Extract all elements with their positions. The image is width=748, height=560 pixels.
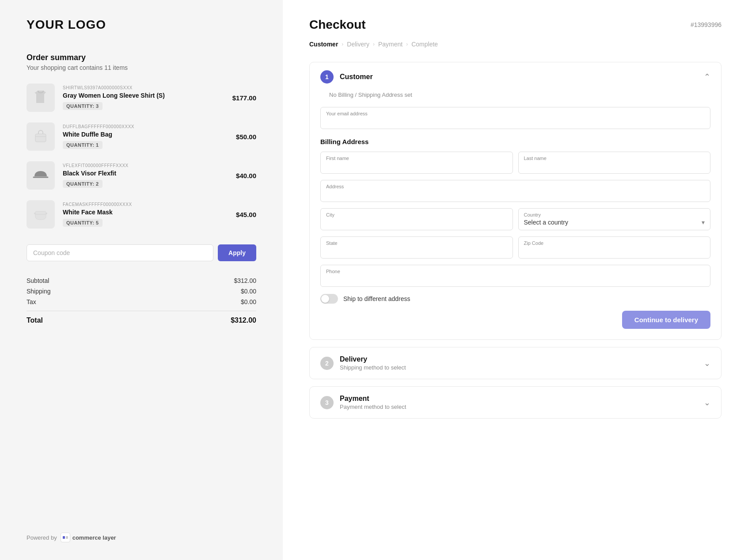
order-item: DUFFLBAGFFFFFF000000XXXX White Duffle Ba…	[27, 122, 256, 151]
city-label: City	[326, 212, 507, 217]
phone-label: Phone	[326, 269, 705, 274]
coupon-input[interactable]	[27, 244, 213, 261]
customer-step: 1 Customer ⌃ No Billing / Shipping Addre…	[309, 62, 721, 340]
delivery-step-info: Delivery Shipping method to select	[340, 355, 406, 371]
item-details: SHIRTWLS9397A0000000SXXX Gray Women Long…	[63, 85, 224, 110]
svg-rect-0	[35, 134, 46, 142]
commerce-layer-label: commerce layer	[72, 534, 116, 541]
last-name-input[interactable]	[524, 162, 705, 169]
tax-label: Tax	[27, 298, 36, 305]
svg-rect-4	[66, 536, 68, 539]
item-image	[27, 200, 55, 229]
breadcrumb-item-customer: Customer	[309, 41, 338, 48]
last-name-label: Last name	[524, 156, 705, 161]
last-name-field: Last name	[518, 152, 711, 174]
order-item: FACEMASKFFFFF000000XXXX White Face Mask …	[27, 200, 256, 229]
payment-step-number: 3	[320, 396, 334, 409]
shipping-row: Shipping $0.00	[27, 288, 256, 295]
ship-to-different-toggle[interactable]	[320, 294, 338, 304]
delivery-step-header-left: 2 Delivery Shipping method to select	[320, 355, 406, 371]
svg-point-1	[34, 213, 36, 214]
first-name-input[interactable]	[326, 162, 507, 169]
delivery-step-title: Delivery	[340, 355, 406, 363]
payment-step-header-left: 3 Payment Payment method to select	[320, 395, 406, 410]
cl-icon	[61, 533, 70, 542]
breadcrumb-item-delivery[interactable]: Delivery	[347, 41, 369, 48]
apply-button[interactable]: Apply	[218, 244, 256, 261]
customer-step-number: 1	[320, 70, 334, 84]
tax-row: Tax $0.00	[27, 298, 256, 305]
ship-to-different-label: Ship to different address	[343, 295, 410, 302]
shipping-value: $0.00	[241, 288, 256, 295]
breadcrumb-separator: ›	[406, 41, 408, 47]
item-details: DUFFLBAGFFFFFF000000XXXX White Duffle Ba…	[63, 124, 228, 149]
order-item: VFLEXFIT000000FFFFFXXXX Black Visor Flex…	[27, 161, 256, 190]
country-label: Country	[524, 212, 705, 217]
country-select[interactable]: Select a country	[524, 219, 705, 226]
customer-step-chevron[interactable]: ⌃	[704, 72, 710, 82]
phone-input[interactable]	[326, 275, 705, 282]
email-label: Your email address	[326, 111, 705, 116]
total-divider	[27, 311, 256, 311]
order-item: SHIRTWLS9397A0000000SXXX Gray Women Long…	[27, 84, 256, 112]
svg-rect-3	[63, 536, 65, 539]
address-input[interactable]	[326, 190, 705, 198]
subtotal-label: Subtotal	[27, 277, 49, 284]
delivery-step-subtitle: Shipping method to select	[340, 364, 406, 371]
zip-label: Zip Code	[524, 240, 705, 246]
billing-address-label: Billing Address	[320, 138, 710, 145]
email-field-wrapper: Your email address	[320, 107, 710, 129]
order-summary-subtitle: Your shopping cart contains 11 items	[27, 64, 256, 71]
tax-value: $0.00	[241, 298, 256, 305]
delivery-step-header[interactable]: 2 Delivery Shipping method to select ⌄	[310, 347, 721, 379]
phone-group: Phone	[320, 265, 710, 287]
zip-input[interactable]	[524, 247, 705, 254]
breadcrumb-separator: ›	[373, 41, 375, 47]
email-section: Your email address	[320, 107, 710, 129]
item-price: $40.00	[236, 172, 256, 179]
delivery-step: 2 Delivery Shipping method to select ⌄	[309, 347, 721, 379]
payment-step: 3 Payment Payment method to select ⌄	[309, 386, 721, 419]
order-summary-title: Order summary	[27, 53, 256, 62]
item-name: White Face Mask	[63, 209, 228, 216]
state-input[interactable]	[326, 247, 507, 254]
customer-step-header[interactable]: 1 Customer ⌃	[310, 62, 721, 91]
breadcrumb-item-payment[interactable]: Payment	[378, 41, 402, 48]
item-quantity: QUANTITY: 3	[63, 102, 103, 110]
breadcrumb: Customer›Delivery›Payment›Complete	[309, 41, 721, 48]
item-name: White Duffle Bag	[63, 131, 228, 138]
totals-section: Subtotal $312.00 Shipping $0.00 Tax $0.0…	[27, 277, 256, 324]
customer-step-header-left: 1 Customer	[320, 70, 373, 84]
phone-field: Phone	[320, 265, 710, 287]
address-label: Address	[326, 184, 705, 189]
total-label: Total	[27, 316, 43, 324]
payment-step-info: Payment Payment method to select	[340, 395, 406, 410]
state-label: State	[326, 240, 507, 246]
city-input[interactable]	[326, 219, 507, 226]
item-price: $50.00	[236, 133, 256, 141]
shipping-label: Shipping	[27, 288, 51, 295]
zip-field: Zip Code	[518, 236, 711, 259]
email-input[interactable]	[326, 118, 705, 125]
payment-step-header[interactable]: 3 Payment Payment method to select ⌄	[310, 387, 721, 418]
city-field: City	[320, 208, 513, 230]
item-quantity: QUANTITY: 5	[63, 219, 103, 227]
breadcrumb-item-complete[interactable]: Complete	[411, 41, 438, 48]
name-row: First name Last name	[320, 152, 710, 174]
checkout-title: Checkout	[309, 18, 366, 32]
address-field: Address	[320, 180, 710, 202]
first-name-label: First name	[326, 156, 507, 161]
payment-step-title: Payment	[340, 395, 406, 403]
item-price: $177.00	[232, 94, 256, 102]
payment-step-chevron[interactable]: ⌄	[704, 398, 710, 408]
delivery-step-chevron[interactable]: ⌄	[704, 358, 710, 368]
commerce-layer-logo: commerce layer	[61, 533, 116, 542]
continue-to-delivery-button[interactable]: Continue to delivery	[622, 311, 710, 329]
address-group: Address	[320, 180, 710, 202]
svg-point-2	[46, 213, 47, 214]
item-sku: FACEMASKFFFFF000000XXXX	[63, 202, 228, 207]
payment-step-subtitle: Payment method to select	[340, 404, 406, 410]
checkout-header: Checkout #13993996	[309, 18, 721, 32]
right-panel: Checkout #13993996 Customer›Delivery›Pay…	[283, 0, 748, 560]
item-price: $45.00	[236, 211, 256, 218]
